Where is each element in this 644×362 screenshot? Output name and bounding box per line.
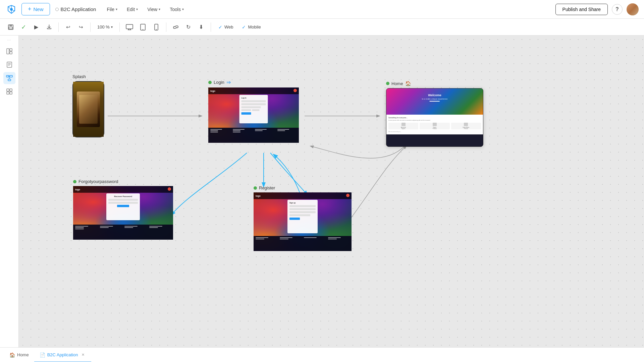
nav-menus: File ▾ Edit ▾ View ▾ Tools ▾ bbox=[103, 5, 187, 14]
left-sidebar: ··· bbox=[0, 36, 19, 347]
tab-b2c-close[interactable]: ✕ bbox=[80, 352, 86, 358]
mobile-check-icon: ✓ bbox=[242, 24, 246, 30]
file-menu-label: File bbox=[107, 7, 114, 12]
project-dot-icon bbox=[55, 8, 59, 11]
register-label-text: Register bbox=[259, 185, 275, 190]
home-screen[interactable]: Welcome to a really unique experience So… bbox=[386, 88, 483, 147]
publish-share-label: Publish and Share bbox=[562, 7, 601, 12]
sidebar-widget-icon[interactable] bbox=[3, 85, 15, 98]
svg-rect-24 bbox=[10, 75, 12, 77]
link-button[interactable] bbox=[170, 22, 181, 33]
splash-label-text: Splash bbox=[72, 74, 86, 79]
login-status-dot bbox=[208, 81, 212, 84]
toolbar-divider-1 bbox=[58, 22, 59, 32]
edit-menu-label: Edit bbox=[127, 7, 135, 12]
svg-rect-19 bbox=[7, 62, 12, 67]
home-node[interactable]: Home 🏠 Welcome to a really unique experi… bbox=[386, 81, 483, 147]
splash-screen[interactable] bbox=[72, 81, 104, 137]
mobile-view-button[interactable]: ✓ Mobile bbox=[238, 23, 264, 31]
new-button[interactable]: + New bbox=[21, 3, 50, 15]
save-button[interactable] bbox=[5, 22, 16, 33]
edit-menu[interactable]: Edit ▾ bbox=[123, 5, 142, 14]
register-status-dot bbox=[254, 186, 257, 190]
edit-menu-arrow: ▾ bbox=[136, 7, 138, 11]
toolbar-divider-3 bbox=[119, 22, 120, 32]
tools-menu[interactable]: Tools ▾ bbox=[166, 5, 188, 14]
svg-rect-30 bbox=[7, 92, 9, 94]
register-node[interactable]: Register logo Sign up bbox=[254, 185, 352, 251]
project-name: B2C Application bbox=[55, 6, 96, 12]
forgot-screen[interactable]: logo Recover Password bbox=[73, 186, 173, 240]
avatar-image bbox=[627, 3, 639, 15]
tab-home-icon: 🏠 bbox=[9, 352, 15, 358]
tab-home-label: Home bbox=[17, 352, 29, 357]
top-nav: + New B2C Application File ▾ Edit ▾ View… bbox=[0, 0, 644, 19]
redo-button[interactable]: ↪ bbox=[75, 22, 86, 33]
new-button-label: New bbox=[34, 6, 44, 12]
svg-point-13 bbox=[143, 29, 143, 30]
tab-home[interactable]: 🏠 Home bbox=[4, 348, 34, 362]
svg-rect-29 bbox=[10, 89, 12, 91]
tab-b2c-label: B2C Application bbox=[47, 352, 78, 357]
mobile-device-button[interactable] bbox=[151, 22, 162, 32]
home-status-dot bbox=[386, 82, 389, 85]
login-screen[interactable]: logo Log In bbox=[208, 87, 299, 143]
register-screen[interactable]: logo Sign up bbox=[254, 192, 352, 251]
login-label: Login ⇒ bbox=[208, 79, 299, 85]
svg-rect-28 bbox=[7, 89, 9, 91]
register-label: Register bbox=[254, 185, 352, 190]
sidebar-flow-icon[interactable] bbox=[3, 72, 15, 84]
publish-share-button[interactable]: Publish and Share bbox=[555, 4, 608, 15]
svg-point-15 bbox=[156, 29, 157, 30]
play-button[interactable]: ▶ bbox=[31, 22, 42, 33]
project-name-label: B2C Application bbox=[61, 6, 96, 12]
web-view-button[interactable]: ✓ Web bbox=[215, 23, 237, 31]
svg-rect-16 bbox=[7, 49, 9, 54]
desktop-device-button[interactable] bbox=[124, 22, 135, 32]
bottom-tabs: 🏠 Home 📄 B2C Application ✕ bbox=[0, 347, 644, 362]
svg-rect-7 bbox=[9, 27, 12, 29]
help-button[interactable]: ? bbox=[612, 4, 623, 15]
user-avatar[interactable] bbox=[627, 3, 639, 15]
refresh-button[interactable]: ↻ bbox=[183, 22, 194, 33]
web-check-icon: ✓ bbox=[218, 24, 222, 30]
help-label: ? bbox=[615, 6, 619, 12]
forgot-label-text: Forgotyourpassword bbox=[78, 179, 118, 184]
undo-button[interactable]: ↩ bbox=[63, 22, 73, 33]
canvas[interactable]: Splash Login ⇒ logo Log bbox=[19, 36, 644, 347]
login-link-icon: ⇒ bbox=[226, 79, 231, 85]
view-menu-arrow: ▾ bbox=[159, 7, 160, 11]
forgot-status-dot bbox=[73, 180, 76, 183]
svg-rect-17 bbox=[10, 49, 12, 51]
svg-line-4 bbox=[13, 10, 15, 11]
forgot-node[interactable]: Forgotyourpassword logo Recover Password bbox=[73, 179, 173, 240]
splash-label: Splash bbox=[72, 74, 104, 79]
svg-rect-18 bbox=[10, 52, 12, 54]
file-menu[interactable]: File ▾ bbox=[103, 5, 121, 14]
login-node[interactable]: Login ⇒ logo Log In bbox=[208, 79, 299, 143]
tools-menu-arrow: ▾ bbox=[182, 7, 184, 11]
app-logo[interactable] bbox=[5, 3, 17, 15]
export-button[interactable] bbox=[44, 22, 54, 33]
home-label: Home 🏠 bbox=[386, 81, 483, 86]
download-button[interactable]: ⬇ bbox=[196, 22, 207, 33]
view-menu[interactable]: View ▾ bbox=[143, 5, 164, 14]
login-label-text: Login bbox=[214, 80, 224, 85]
sidebar-dots: ··· bbox=[7, 38, 11, 42]
view-menu-label: View bbox=[147, 7, 157, 12]
zoom-arrow: ▾ bbox=[111, 25, 113, 29]
svg-rect-8 bbox=[126, 24, 133, 29]
file-menu-arrow: ▾ bbox=[116, 7, 117, 11]
splash-node[interactable]: Splash bbox=[72, 74, 104, 137]
home-label-text: Home bbox=[391, 81, 403, 86]
tab-b2c[interactable]: 📄 B2C Application ✕ bbox=[34, 348, 92, 362]
sidebar-panels-icon[interactable] bbox=[3, 45, 15, 57]
tablet-device-button[interactable] bbox=[137, 22, 149, 32]
check-button[interactable]: ✓ bbox=[18, 22, 29, 33]
tab-b2c-icon: 📄 bbox=[40, 352, 45, 358]
sidebar-page-icon[interactable] bbox=[3, 59, 15, 71]
mobile-label: Mobile bbox=[248, 24, 261, 29]
toolbar-divider-2 bbox=[90, 22, 91, 32]
web-label: Web bbox=[224, 24, 233, 29]
zoom-control[interactable]: 100 % ▾ bbox=[95, 23, 115, 31]
